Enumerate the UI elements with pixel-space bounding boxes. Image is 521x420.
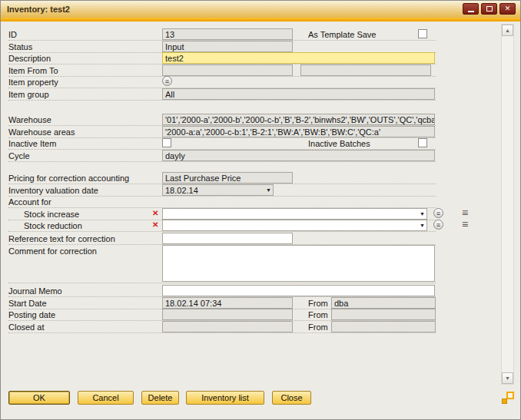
- start-date-from-field: dba: [331, 297, 436, 309]
- inactive-item-checkbox[interactable]: [162, 138, 171, 147]
- form-resize-icon[interactable]: [502, 392, 514, 404]
- inactive-batches-label: Inactive Batches: [308, 139, 370, 148]
- stock-reduction-list-icon[interactable]: ≡: [462, 218, 468, 230]
- row-warehouse-areas: Warehouse areas '2000-a:a','2000-c-b:1',…: [8, 126, 436, 138]
- row-journal-memo: Journal Memo: [8, 285, 436, 297]
- scroll-down-button[interactable]: ▼: [502, 372, 513, 384]
- description-input[interactable]: test2: [162, 52, 435, 64]
- warehouse-areas-label: Warehouse areas: [8, 127, 75, 137]
- reference-text-label: Reference text for correction: [8, 234, 115, 243]
- window-title: Inventory: test2: [1, 5, 70, 14]
- resize-square-fill: [502, 399, 507, 404]
- start-date-label: Start Date: [8, 299, 47, 308]
- item-group-label: Item group: [8, 90, 49, 99]
- chevron-down-icon: ▼: [420, 223, 425, 229]
- item-group-field: All: [162, 88, 435, 100]
- pricing-field: Last Purchase Price: [162, 172, 293, 184]
- inactive-item-label: Inactive Item: [8, 139, 56, 148]
- description-label: Description: [8, 54, 51, 63]
- status-field: Input: [162, 41, 293, 52]
- cancel-button[interactable]: Cancel: [78, 391, 134, 405]
- row-comment: Comment for correction: [8, 245, 436, 283]
- stock-reduction-choose-icon[interactable]: ≡: [433, 220, 443, 230]
- closed-at-from-label: From: [308, 322, 328, 332]
- resize-square-outline: [506, 392, 514, 399]
- required-x-icon: ✕: [152, 209, 158, 217]
- closed-at-label: Closed at: [8, 322, 44, 332]
- as-template-save-checkbox[interactable]: [418, 29, 427, 38]
- titlebar[interactable]: Inventory: test2 ✕: [1, 1, 520, 18]
- warehouse-field: '01','2000-a','2000-b','2000-c-b','B','B…: [162, 114, 435, 125]
- posting-date-from-field: [331, 309, 436, 320]
- warehouse-label: Warehouse: [8, 115, 51, 124]
- account-for-label: Account for: [8, 197, 51, 207]
- valuation-date-value: 18.02.14: [165, 186, 198, 195]
- id-field: 13: [162, 28, 293, 40]
- scroll-up-button[interactable]: ▲: [502, 25, 513, 36]
- required-x-icon: ✕: [152, 220, 158, 229]
- row-item-from-to: Item From To: [8, 64, 436, 77]
- ok-button[interactable]: OK: [8, 391, 70, 405]
- stock-reduction-label: Stock reduction: [24, 221, 82, 230]
- accent-strip: [1, 18, 520, 21]
- stock-increase-choose-icon[interactable]: ≡: [433, 208, 443, 218]
- row-warehouse: Warehouse '01','2000-a','2000-b','2000-c…: [8, 114, 436, 126]
- row-cycle: Cycle dayly: [8, 150, 436, 162]
- posting-date-from-label: From: [308, 310, 328, 319]
- close-button[interactable]: ✕: [499, 3, 516, 15]
- restore-icon: [486, 6, 493, 12]
- row-reference-text: Reference text for correction: [8, 233, 436, 245]
- cycle-field: dayly: [162, 150, 435, 161]
- delete-button[interactable]: Delete: [141, 391, 179, 405]
- inactive-batches-checkbox[interactable]: [418, 138, 427, 147]
- row-pricing: Pricing for correction accounting Last P…: [8, 172, 436, 184]
- row-account-for: Account for: [8, 196, 436, 208]
- posting-date-field: [162, 309, 293, 320]
- close-form-button[interactable]: Close: [272, 391, 311, 405]
- closed-at-field: [162, 321, 293, 332]
- comment-textarea[interactable]: [162, 245, 435, 282]
- restore-button[interactable]: [481, 3, 497, 15]
- pricing-label: Pricing for correction accounting: [8, 174, 129, 183]
- status-label: Status: [8, 42, 32, 51]
- row-closed-at: Closed at From: [8, 321, 436, 333]
- item-from-to-label: Item From To: [8, 66, 58, 75]
- chevron-down-icon: ▼: [266, 187, 271, 193]
- row-stock-increase: Stock increase ✕ ▼ ≡ ≡: [8, 208, 436, 220]
- scroll-down-icon: ▼: [505, 375, 510, 381]
- row-valuation-date: Inventory valuation date 18.02.14 ▼: [8, 184, 436, 197]
- row-posting-date: Posting date From: [8, 309, 436, 321]
- start-date-from-label: From: [308, 299, 328, 308]
- vertical-scrollbar[interactable]: ▲ ▼: [501, 24, 514, 385]
- id-label: ID: [8, 30, 17, 39]
- comment-label: Comment for correction: [8, 246, 97, 256]
- stock-reduction-combo[interactable]: ▼: [162, 220, 427, 231]
- cycle-label: Cycle: [8, 151, 30, 160]
- valuation-date-combo[interactable]: 18.02.14 ▼: [162, 184, 274, 196]
- valuation-date-label: Inventory valuation date: [8, 186, 98, 195]
- stock-increase-list-icon[interactable]: ≡: [462, 207, 468, 219]
- chevron-down-icon: ▼: [420, 211, 425, 217]
- row-item-property: Item property ≡: [8, 76, 436, 88]
- reference-text-input[interactable]: [162, 233, 293, 244]
- row-stock-reduction: Stock reduction ✕ ▼ ≡ ≡: [8, 220, 436, 232]
- minimize-button[interactable]: [463, 3, 479, 15]
- stock-increase-combo[interactable]: ▼: [162, 208, 427, 220]
- scroll-up-icon: ▲: [505, 28, 510, 33]
- minimize-icon: [468, 11, 474, 12]
- item-to-field: [300, 64, 431, 76]
- row-id: ID 13 As Template Save: [8, 28, 436, 41]
- row-inactive: Inactive Item Inactive Batches: [8, 137, 436, 150]
- journal-memo-input[interactable]: [162, 285, 435, 296]
- stock-increase-label: Stock increase: [24, 210, 79, 219]
- inventory-window: Inventory: test2 ✕ ID 13 As Template Sav…: [0, 0, 521, 420]
- warehouse-areas-field: '2000-a:a','2000-c-b:1','B-2:1','BW:A','…: [162, 126, 435, 137]
- row-status: Status Input: [8, 41, 436, 53]
- closed-at-from-field: [331, 321, 436, 332]
- window-controls: ✕: [463, 3, 516, 15]
- item-from-field: [162, 64, 293, 76]
- close-icon: ✕: [505, 5, 511, 12]
- inventory-list-button[interactable]: Inventory list: [186, 391, 264, 405]
- as-template-save-label: As Template Save: [308, 30, 376, 39]
- item-property-list-icon[interactable]: ≡: [162, 76, 172, 86]
